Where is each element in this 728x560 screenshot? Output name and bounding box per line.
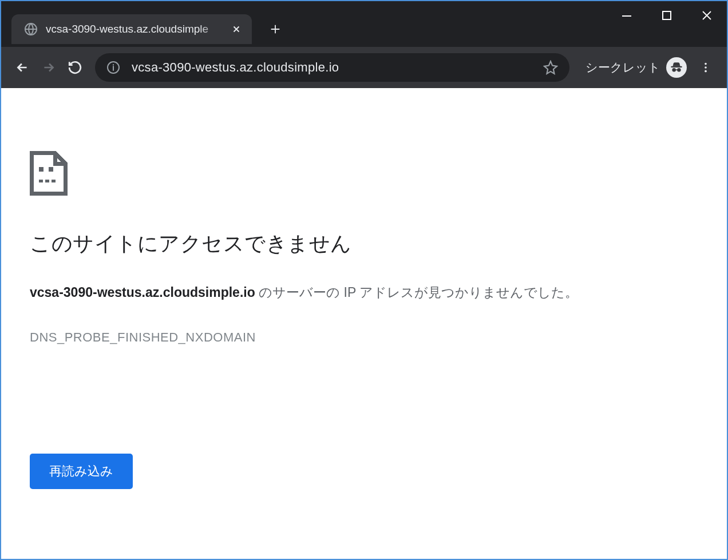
error-description: vcsa-3090-westus.az.cloudsimple.io のサーバー…: [30, 284, 698, 301]
address-bar[interactable]: vcsa-3090-westus.az.cloudsimple.io: [95, 53, 569, 82]
globe-icon: [24, 22, 38, 36]
incognito-label: シークレット: [585, 59, 660, 76]
svg-rect-14: [45, 180, 49, 182]
error-desc-suffix: のサーバーの IP アドレスが見つかりませんでした。: [255, 285, 579, 300]
browser-tab[interactable]: vcsa-3090-westus.az.cloudsimple: [11, 14, 252, 44]
window-controls: [607, 1, 727, 30]
browser-toolbar: vcsa-3090-westus.az.cloudsimple.io シークレッ…: [1, 47, 727, 88]
forward-button[interactable]: [35, 54, 62, 81]
svg-point-8: [705, 63, 707, 65]
url-text: vcsa-3090-westus.az.cloudsimple.io: [132, 60, 543, 75]
svg-rect-11: [39, 167, 43, 172]
svg-point-9: [705, 66, 707, 69]
tab-title: vcsa-3090-westus.az.cloudsimple: [46, 23, 225, 35]
error-page-content: このサイトにアクセスできません vcsa-3090-westus.az.clou…: [1, 88, 727, 518]
new-tab-button[interactable]: [263, 17, 287, 41]
tab-strip: vcsa-3090-westus.az.cloudsimple: [1, 1, 287, 47]
svg-rect-4: [671, 66, 682, 67]
close-window-button[interactable]: [687, 1, 727, 30]
svg-rect-15: [52, 180, 56, 182]
svg-rect-2: [663, 11, 671, 19]
sad-file-icon: [30, 151, 68, 196]
error-host: vcsa-3090-westus.az.cloudsimple.io: [30, 285, 255, 300]
svg-rect-1: [622, 15, 631, 17]
window-titlebar: vcsa-3090-westus.az.cloudsimple: [1, 1, 727, 47]
menu-button[interactable]: [693, 54, 719, 81]
svg-rect-7: [675, 69, 677, 70]
info-icon[interactable]: [106, 61, 120, 74]
svg-rect-12: [49, 167, 53, 172]
back-button[interactable]: [9, 54, 35, 81]
minimize-button[interactable]: [607, 1, 647, 30]
close-tab-icon[interactable]: [230, 23, 243, 35]
svg-point-5: [672, 68, 676, 72]
error-title: このサイトにアクセスできません: [30, 230, 698, 258]
maximize-button[interactable]: [647, 1, 687, 30]
svg-rect-13: [39, 180, 43, 182]
error-code: DNS_PROBE_FINISHED_NXDOMAIN: [30, 330, 698, 345]
bookmark-star-icon[interactable]: [543, 60, 558, 75]
reload-button[interactable]: [62, 54, 88, 81]
svg-point-10: [705, 70, 707, 73]
incognito-icon[interactable]: [666, 57, 687, 78]
reload-page-button[interactable]: 再読み込み: [30, 454, 133, 489]
svg-point-6: [677, 68, 681, 72]
